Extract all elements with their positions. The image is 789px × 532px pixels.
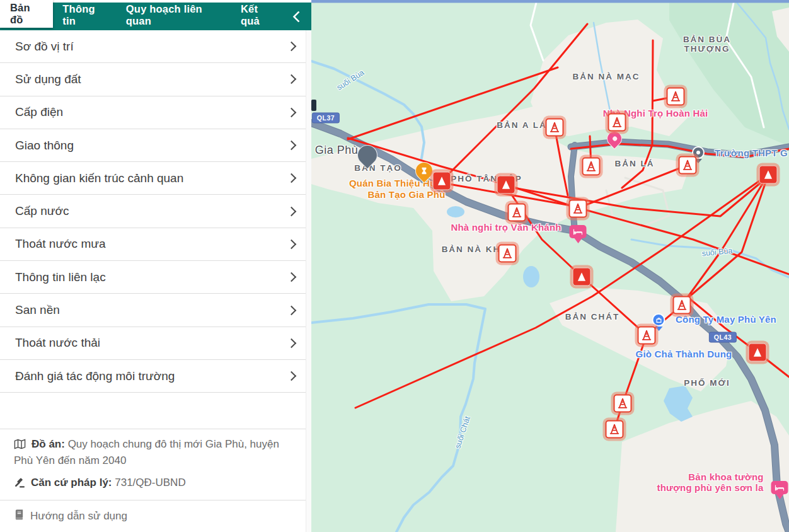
chevron-right-icon bbox=[287, 371, 297, 381]
sidebar-item-label: Đánh giá tác động môi trường bbox=[15, 369, 175, 383]
sidebar-item-label: Cấp nước bbox=[15, 204, 69, 218]
van-khanh-bed-pin[interactable] bbox=[570, 225, 587, 238]
sidebar-item-8[interactable]: Thông tin liên lạc bbox=[0, 261, 311, 294]
chevron-left-icon bbox=[293, 11, 304, 22]
pin-dot bbox=[611, 136, 618, 142]
tab-ket-qua[interactable]: Kết quả bbox=[231, 3, 286, 28]
power-line-marker-1[interactable] bbox=[667, 88, 685, 106]
sidebar-item-label: San nền bbox=[15, 303, 60, 317]
chevron-right-icon bbox=[287, 42, 297, 52]
bed-icon bbox=[570, 225, 587, 238]
sidebar-item-11[interactable]: Đánh giá tác động môi trường bbox=[0, 360, 311, 393]
sidebar-item-1[interactable]: Sơ đồ vị trí bbox=[0, 30, 311, 63]
chevron-right-icon bbox=[287, 338, 297, 349]
power-tower-icon bbox=[752, 347, 764, 359]
power-line-marker-8[interactable] bbox=[497, 176, 515, 194]
power-tower-icon bbox=[436, 175, 448, 187]
power-tower-icon bbox=[549, 122, 561, 134]
pin-pointer bbox=[655, 327, 662, 331]
sidebar-item-label: Sử dụng đất bbox=[15, 72, 81, 86]
sidebar-item-label: Không gian kiến trúc cảnh quan bbox=[15, 171, 183, 185]
sidebar-item-label: Cấp điện bbox=[15, 105, 63, 119]
app-window: Bản đồThông tinQuy hoạch liên quanKết qu… bbox=[0, 0, 789, 532]
sidebar-item-5[interactable]: Không gian kiến trúc cảnh quan bbox=[0, 162, 311, 195]
badge-ql43: QL43 bbox=[709, 332, 737, 343]
power-line-marker-17[interactable] bbox=[606, 420, 624, 439]
chevron-right-icon bbox=[287, 272, 297, 282]
power-tower-icon bbox=[676, 299, 688, 311]
hoan-hai-lodging-pin[interactable] bbox=[607, 131, 622, 146]
sidebar-item-4[interactable]: Giao thông bbox=[0, 129, 311, 162]
tab-quy-hoach-lien-quan[interactable]: Quy hoạch liên quan bbox=[117, 3, 231, 28]
book-icon bbox=[14, 509, 25, 523]
sidebar: Bản đồThông tinQuy hoạch liên quanKết qu… bbox=[0, 0, 311, 532]
chevron-right-icon bbox=[287, 240, 297, 250]
power-line-marker-4[interactable] bbox=[582, 158, 601, 176]
power-tower-icon bbox=[682, 159, 694, 171]
power-tower-icon bbox=[641, 330, 653, 342]
power-tower-icon bbox=[585, 161, 597, 173]
ban-khoa-bed-pin[interactable] bbox=[771, 481, 788, 494]
power-tower-icon bbox=[500, 179, 512, 191]
power-tower-icon bbox=[609, 424, 621, 436]
power-tower-icon bbox=[763, 169, 775, 181]
sidebar-item-7[interactable]: Thoát nước mưa bbox=[0, 228, 311, 261]
power-line-marker-2[interactable] bbox=[608, 113, 626, 132]
project-label: Đồ án: bbox=[32, 438, 65, 450]
sidebar-item-6[interactable]: Cấp nước bbox=[0, 195, 311, 228]
chevron-right-icon bbox=[287, 107, 297, 117]
power-line-marker-13[interactable] bbox=[673, 296, 691, 315]
map-canvas[interactable]: BẢN BÙA THƯỢNGBẢN NÀ MẠCBẢN A LÁBẢN TẠOP… bbox=[311, 0, 789, 532]
tab-thong-tin[interactable]: Thông tin bbox=[53, 3, 116, 28]
tab-bar: Bản đồThông tinQuy hoạch liên quanKết qu… bbox=[0, 0, 311, 30]
sidebar-item-label: Thoát nước mưa bbox=[15, 237, 106, 251]
sidebar-item-label: Giao thông bbox=[15, 139, 74, 153]
power-line-marker-7[interactable] bbox=[433, 172, 451, 190]
shopping-pin[interactable] bbox=[652, 313, 665, 327]
sidebar-scrollbar[interactable] bbox=[306, 30, 311, 532]
power-line-marker-6[interactable] bbox=[759, 166, 778, 184]
teardrop-pin-shape bbox=[353, 141, 381, 169]
sidebar-collapse-button[interactable] bbox=[286, 3, 311, 30]
bed-icon bbox=[771, 481, 788, 494]
partial-road-badge bbox=[311, 100, 316, 111]
chevron-right-icon bbox=[287, 206, 297, 216]
legal-value: 731/QĐ-UBND bbox=[115, 477, 185, 489]
quan-bia-pending-pin[interactable] bbox=[415, 162, 433, 180]
shopping-bag-icon bbox=[652, 313, 665, 327]
power-line-marker-12[interactable] bbox=[573, 268, 591, 286]
sidebar-item-label: Sơ đồ vị trí bbox=[15, 40, 74, 54]
power-line-marker-3[interactable] bbox=[546, 119, 564, 137]
tab-ban-do[interactable]: Bản đồ bbox=[0, 0, 53, 28]
user-guide-link[interactable]: Hướng dẫn sử dụng bbox=[0, 500, 311, 532]
chevron-right-icon bbox=[287, 305, 297, 315]
power-line-marker-11[interactable] bbox=[498, 245, 517, 263]
power-tower-icon bbox=[502, 248, 514, 260]
gavel-icon bbox=[14, 478, 25, 491]
power-line-marker-9[interactable] bbox=[508, 204, 526, 222]
badge-ql37: QL37 bbox=[312, 113, 340, 124]
sidebar-item-10[interactable]: Thoát nước thải bbox=[0, 327, 311, 360]
hourglass-icon bbox=[420, 167, 428, 175]
power-line-marker-10[interactable] bbox=[569, 200, 587, 218]
user-guide-label: Hướng dẫn sử dụng bbox=[30, 510, 127, 523]
sidebar-footer: Đồ án: Quy hoạch chung đô thị mới Gia Ph… bbox=[0, 429, 311, 532]
chevron-right-icon bbox=[287, 74, 297, 84]
chevron-right-icon bbox=[287, 173, 297, 183]
power-line-marker-16[interactable] bbox=[614, 395, 632, 413]
power-line-marker-5[interactable] bbox=[679, 156, 697, 175]
gia-phu-pin[interactable] bbox=[357, 145, 377, 165]
power-line-marker-14[interactable] bbox=[638, 327, 656, 345]
power-tower-icon bbox=[576, 271, 588, 283]
power-tower-icon bbox=[572, 203, 584, 215]
power-tower-icon bbox=[617, 398, 629, 410]
sidebar-item-9[interactable]: San nền bbox=[0, 294, 311, 327]
sidebar-item-3[interactable]: Cấp điện bbox=[0, 96, 311, 129]
sidebar-item-2[interactable]: Sử dụng đất bbox=[0, 63, 311, 96]
legal-label: Căn cứ pháp lý: bbox=[31, 477, 112, 489]
sidebar-item-label: Thoát nước thải bbox=[15, 336, 100, 350]
sidebar-item-label: Thông tin liên lạc bbox=[15, 270, 106, 284]
basemap-svg bbox=[311, 0, 789, 532]
power-tower-icon bbox=[511, 207, 523, 219]
power-line-marker-15[interactable] bbox=[749, 344, 767, 362]
